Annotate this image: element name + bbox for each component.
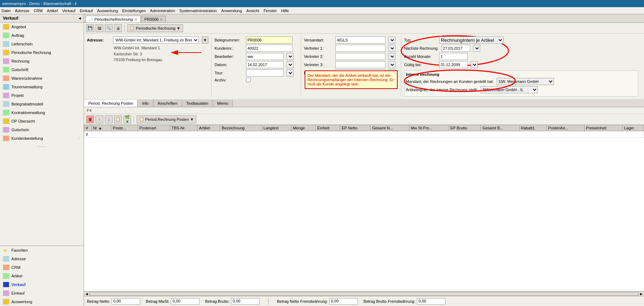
- sidebar-item-auswertung[interactable]: Auswertung: [0, 297, 84, 306]
- sidebar-item-warenruecknahme[interactable]: Warenrücknahme: [0, 74, 84, 83]
- menu-einkauf[interactable]: Einkauf: [80, 9, 93, 13]
- adresse-dropdown-btn[interactable]: ▼: [202, 36, 208, 44]
- sidebar-item-crm[interactable]: CRM: [0, 263, 84, 272]
- menu-einstellungen[interactable]: Einstellungen: [122, 9, 146, 13]
- th-tbs-nr[interactable]: TBS-Nr.: [170, 125, 197, 131]
- th-preiseinheit[interactable]: Preiseinheit: [584, 125, 623, 131]
- th-postenart[interactable]: Postenart: [138, 125, 170, 131]
- th-artikel[interactable]: Artikel: [197, 125, 220, 131]
- table-row-new[interactable]: #: [84, 131, 644, 138]
- sidebar-item-lieferschein[interactable]: Lieferschein: [0, 40, 84, 48]
- sidebar-item-artikel[interactable]: Artikel: [0, 272, 84, 280]
- menu-fenster[interactable]: Fenster: [264, 9, 277, 13]
- datum-select[interactable]: ▼: [286, 61, 294, 68]
- vertreter1-select[interactable]: ▼: [388, 45, 395, 52]
- toolbar-print-btn[interactable]: 🖨: [114, 24, 122, 32]
- menu-artikel[interactable]: Artikel: [47, 9, 58, 13]
- vertreter3-input[interactable]: [335, 61, 385, 68]
- table-toolbar-btn5[interactable]: 🌿▼: [123, 115, 131, 123]
- vertreter2-select[interactable]: ▼: [388, 53, 395, 60]
- th-rabatt1[interactable]: Rabatt1: [519, 125, 546, 131]
- anzahl-monate-input[interactable]: [439, 53, 468, 60]
- content-tab-info[interactable]: Info: [138, 100, 153, 107]
- menu-hilfe[interactable]: Hilfe: [281, 9, 289, 13]
- datum-input[interactable]: [246, 61, 284, 68]
- bearbeiter-select[interactable]: ▼: [286, 53, 294, 60]
- sidebar-item-tourenverwaltung[interactable]: Tourenverwaltung: [0, 83, 84, 91]
- toolbar-dropdown-btn[interactable]: 📋 Periodische Rechnung ▼: [127, 24, 183, 32]
- th-bezeichnung[interactable]: Bezeichnung: [220, 125, 262, 131]
- menu-administration[interactable]: Administration: [150, 9, 175, 13]
- content-tab-memo[interactable]: Memo: [213, 100, 233, 107]
- table-toolbar-btn4[interactable]: 📋: [114, 115, 122, 123]
- artikkeleigner-select[interactable]: 3|Weinmann GmbH - IL: [481, 86, 538, 93]
- th-gesamt-b[interactable]: Gesamt B...: [481, 125, 520, 131]
- archiv-checkbox[interactable]: [246, 78, 251, 82]
- belegnummer-input[interactable]: [246, 36, 292, 44]
- th-lager[interactable]: Lager: [623, 125, 644, 131]
- menu-systemadministration[interactable]: Systemadministration: [180, 9, 217, 13]
- menu-crm[interactable]: CRM: [34, 9, 43, 13]
- mandant-select[interactable]: 1|W. Weinmann GmbH: [497, 78, 554, 85]
- versandart-select[interactable]: ▼: [388, 36, 395, 44]
- menu-datei[interactable]: Datei: [1, 9, 11, 13]
- sidebar-item-belegrabattmodell[interactable]: Belegrabattmodell: [0, 100, 84, 108]
- sidebar-item-kontraktverwaltung[interactable]: Kontraktverwaltung: [0, 108, 84, 117]
- adresse-select[interactable]: WW-GmbH Int. Mandant 1, Freiburg im Brei…: [113, 36, 199, 44]
- th-ep-brutto[interactable]: EP Brutto: [449, 125, 481, 131]
- versandart-input[interactable]: [335, 36, 385, 44]
- menu-adresse[interactable]: Adresse: [15, 9, 29, 13]
- th-mw-st-pro[interactable]: Mw St Pro...: [409, 125, 449, 131]
- menu-ansicht[interactable]: Ansicht: [246, 9, 259, 13]
- sidebar-item-projekt[interactable]: Projekt: [0, 91, 84, 100]
- content-tab-period-rechnung-posten[interactable]: Period. Rechnung Posten: [84, 100, 138, 107]
- scroll-left-btn[interactable]: ◄: [85, 292, 89, 296]
- th-nr[interactable]: Nr ▲: [92, 125, 111, 131]
- sidebar-item-favoriten[interactable]: ★ Favoriten: [0, 246, 84, 255]
- gueltig-bis-input[interactable]: [439, 61, 468, 68]
- sidebar-item-verkauf[interactable]: Verkauf: [0, 280, 84, 289]
- table-toolbar-btn3[interactable]: ↓: [105, 115, 113, 123]
- table-toolbar-dropdown[interactable]: 📋 Period.Rechnung Posten ▼: [137, 115, 196, 123]
- sidebar-item-gutschrift[interactable]: Gutschrift: [0, 65, 84, 74]
- typ-select[interactable]: RechnungIntern je Artikel: [439, 36, 503, 44]
- vertreter1-input[interactable]: [335, 45, 385, 52]
- th-poste[interactable]: Poste...: [111, 125, 138, 131]
- tab-close-pr0006[interactable]: ✕: [160, 18, 163, 21]
- naechste-rechnung-input[interactable]: [442, 45, 470, 52]
- sidebar-item-op-uebersicht[interactable]: OP Übersicht: [0, 117, 84, 125]
- sidebar-item-gutschein[interactable]: Gutschein: [0, 125, 84, 134]
- toolbar-save-btn[interactable]: 💾: [86, 24, 94, 32]
- naechste-rechnung-select[interactable]: ▼: [473, 45, 480, 52]
- toolbar-save2-btn[interactable]: 🖫: [95, 24, 103, 32]
- content-tab-anschriften[interactable]: Anschriften: [153, 100, 182, 107]
- menu-verkauf[interactable]: Verkauf: [62, 9, 75, 13]
- th-ep-netto[interactable]: EP Netto: [340, 125, 370, 131]
- th-postenke[interactable]: PostenKe...: [546, 125, 584, 131]
- sidebar-item-einkauf[interactable]: Einkauf: [0, 289, 84, 297]
- sidebar-item-adresse[interactable]: Adresse: [0, 255, 84, 263]
- sidebar-item-periodische-rechnung[interactable]: Periodische Rechnung: [0, 48, 84, 57]
- tab-pr0006[interactable]: PR0006 ✕: [141, 16, 166, 23]
- gueltig-bis-select[interactable]: ▼: [471, 61, 478, 68]
- th-langtext[interactable]: Langtext: [262, 125, 291, 131]
- menu-auswertung[interactable]: Auswertung: [97, 9, 118, 13]
- scrollbar-h[interactable]: ◄ ►: [84, 291, 644, 296]
- th-einheit[interactable]: Einheit: [316, 125, 340, 131]
- scroll-right-btn[interactable]: ►: [639, 292, 643, 296]
- kundennr-input[interactable]: [246, 45, 292, 52]
- toolbar-search-btn[interactable]: 🔍: [105, 24, 113, 32]
- tour-select[interactable]: ▼: [286, 69, 294, 76]
- tab-periodische-rechnung[interactable]: 📄 PeriodischeRechnung ✕: [85, 16, 141, 23]
- sidebar-collapse-icon[interactable]: ◂: [79, 16, 81, 21]
- content-tab-textbaustein[interactable]: Textbaustein: [182, 100, 213, 107]
- table-toolbar-btn2[interactable]: ↑: [95, 115, 103, 123]
- tour-input[interactable]: [246, 69, 284, 76]
- sidebar-item-rechnung[interactable]: Rechnung: [0, 57, 84, 65]
- table-toolbar-btn1[interactable]: 🗑: [86, 115, 94, 123]
- sidebar-item-angebot[interactable]: Angebot: [0, 23, 84, 31]
- vertreter2-input[interactable]: [335, 53, 385, 60]
- th-gesamt-n[interactable]: Gesamt N...: [370, 125, 409, 131]
- bearbeiter-input[interactable]: [246, 53, 284, 60]
- vertreter3-select[interactable]: ▼: [388, 61, 395, 68]
